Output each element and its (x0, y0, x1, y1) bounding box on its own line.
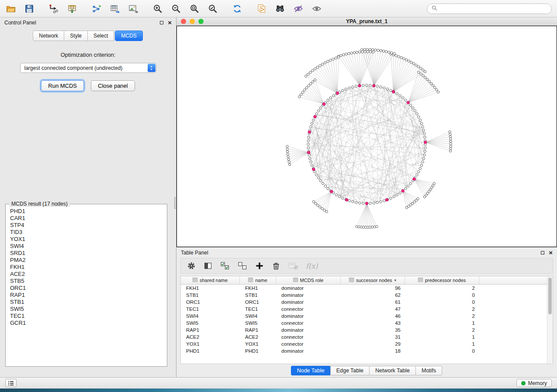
tab-node-table[interactable]: Node Table (291, 366, 331, 375)
table-row[interactable]: STB1STB1dominator620 (181, 292, 547, 299)
cell: 2 (405, 285, 479, 291)
column-header-shared-name[interactable]: shared name (181, 276, 240, 284)
column-header-predecessor-nodes[interactable]: predecessor nodes (405, 276, 479, 284)
close-table-panel-icon[interactable]: × (549, 250, 553, 255)
criterion-dropdown-value: largest connected component (undirected) (24, 65, 123, 71)
cell: connector (276, 320, 341, 326)
table-row[interactable]: YOX1YOX1connector291 (181, 340, 547, 347)
tab-style[interactable]: Style (64, 31, 88, 41)
desktop-wallpaper (0, 389, 557, 392)
refresh-layout-icon[interactable] (232, 3, 243, 14)
table-row[interactable]: ACE2ACE2connector311 (181, 334, 547, 340)
window-close-button[interactable] (181, 19, 186, 24)
list-item[interactable]: YOX1 (10, 236, 163, 243)
select-all-icon[interactable] (220, 261, 230, 270)
table-row[interactable]: SWI5SWI5connector431 (181, 320, 547, 327)
list-item[interactable]: GCR1 (10, 320, 163, 327)
close-panel-icon[interactable]: × (168, 20, 172, 25)
run-mcds-button[interactable]: Run MCDS (41, 80, 84, 91)
zoom-out-icon[interactable] (170, 3, 182, 14)
tab-motifs[interactable]: Motifs (415, 366, 442, 375)
panel-splitter-handle[interactable] (174, 197, 176, 209)
hide-selected-icon[interactable] (293, 3, 304, 14)
column-header-mcds-role[interactable]: MCDS role (276, 276, 341, 284)
list-item[interactable]: ORC1 (10, 285, 163, 292)
network-window-titlebar[interactable]: YPA_prune.txt_1 (176, 17, 557, 26)
list-item[interactable]: SWI4 (10, 243, 163, 250)
list-item[interactable]: FKH1 (10, 264, 163, 271)
table-scrollbar[interactable] (547, 276, 553, 364)
network-view-canvas[interactable] (176, 26, 557, 247)
list-item[interactable]: ACE2 (10, 271, 163, 278)
find-icon[interactable] (274, 3, 286, 14)
delete-row-icon[interactable] (272, 261, 280, 270)
cell: 2 (405, 306, 479, 312)
list-item[interactable]: TID3 (10, 229, 163, 236)
search-box[interactable] (427, 3, 552, 14)
criterion-dropdown[interactable]: largest connected component (undirected)… (20, 63, 156, 73)
list-item[interactable]: PHD1 (10, 208, 163, 215)
column-header-name[interactable]: name (240, 276, 276, 284)
show-all-icon[interactable] (311, 3, 322, 14)
list-item[interactable]: STB1 (10, 299, 163, 306)
float-panel-icon[interactable] (160, 21, 163, 24)
new-network-icon[interactable] (91, 3, 102, 14)
export-table-icon[interactable] (109, 3, 121, 14)
cell: FKH1 (181, 285, 240, 291)
list-item[interactable]: STB5 (10, 278, 163, 285)
memory-button[interactable]: Memory (516, 379, 552, 387)
control-panel: Control Panel × NetworkStyleSelectMCDS O… (0, 17, 176, 377)
search-input[interactable] (440, 6, 547, 12)
status-menu-button[interactable] (5, 379, 17, 387)
tab-edge-table[interactable]: Edge Table (330, 366, 370, 375)
zoom-selected-icon[interactable] (207, 3, 218, 14)
table-panel-header: Table Panel × (176, 248, 557, 258)
list-item[interactable]: CAR1 (10, 215, 163, 222)
cell: SWI5 (181, 320, 240, 326)
show-columns-icon[interactable] (204, 261, 212, 270)
table-row[interactable]: PHD1PHD1dominator180 (181, 347, 547, 354)
cell: 96 (341, 285, 405, 291)
save-session-icon[interactable] (24, 3, 35, 14)
clone-network-icon[interactable] (256, 3, 267, 14)
window-minimize-button[interactable] (190, 19, 195, 24)
zoom-in-icon[interactable] (152, 3, 163, 14)
tab-network-table[interactable]: Network Table (369, 366, 416, 375)
mcds-result-list: PHD1CAR1STP4TID3YOX1SWI4SRD1PMA2FKH1ACE2… (6, 204, 167, 366)
table-row[interactable]: ORC1ORC1dominator610 (181, 299, 547, 306)
tab-select[interactable]: Select (87, 31, 114, 41)
list-item[interactable]: TEC1 (10, 313, 163, 320)
import-network-icon[interactable] (48, 3, 59, 14)
export-image-icon[interactable] (128, 3, 139, 14)
node-table: shared namenameMCDS rolesuccessor nodes▾… (180, 276, 553, 364)
window-zoom-button[interactable] (198, 19, 204, 24)
cell: TEC1 (240, 306, 276, 312)
table-row[interactable]: RAP1RAP1dominator352 (181, 327, 547, 334)
open-file-icon[interactable] (5, 3, 17, 14)
tab-mcds[interactable]: MCDS (115, 31, 142, 41)
list-item[interactable]: PMA2 (10, 257, 163, 264)
float-table-panel-icon[interactable] (541, 251, 544, 254)
add-row-icon[interactable] (255, 261, 264, 270)
zoom-fit-icon[interactable] (189, 3, 200, 14)
list-item[interactable]: RAP1 (10, 292, 163, 299)
cell: ORC1 (181, 299, 240, 305)
table-rows: FKH1FKH1dominator962STB1STB1dominator620… (181, 285, 547, 354)
deselect-all-icon[interactable] (238, 261, 247, 270)
scrollbar-thumb[interactable] (548, 278, 552, 314)
table-row[interactable]: TEC1TEC1connector472 (181, 306, 547, 313)
list-item[interactable]: SWI5 (10, 306, 163, 313)
table-settings-icon[interactable] (187, 261, 196, 270)
list-item[interactable]: STP4 (10, 222, 163, 229)
table-row[interactable]: FKH1FKH1dominator962 (181, 285, 547, 292)
import-table-icon[interactable] (66, 3, 78, 14)
control-panel-buttons: Run MCDS Close panel (0, 80, 176, 91)
column-grid-icon (418, 278, 423, 283)
column-header-successor-nodes[interactable]: successor nodes▾ (341, 276, 405, 284)
cell: ACE2 (240, 334, 276, 340)
table-row[interactable]: SWI4SWI4dominator462 (181, 313, 547, 320)
list-item[interactable]: SRD1 (10, 250, 163, 257)
cell: 46 (341, 313, 405, 319)
tab-network[interactable]: Network (33, 31, 64, 41)
close-mcds-panel-button[interactable]: Close panel (91, 80, 135, 91)
